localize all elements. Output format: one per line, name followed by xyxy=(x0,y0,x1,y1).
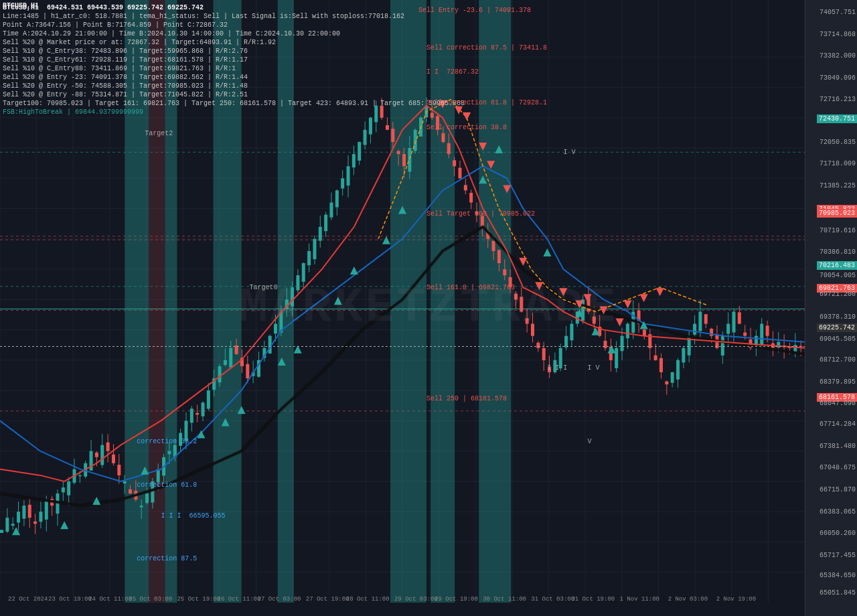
price-label: 73714.868 xyxy=(820,31,856,38)
price-label: 72430.751 xyxy=(817,114,857,123)
price-label: 66715.870 xyxy=(820,486,856,493)
price-label: 71385.225 xyxy=(820,182,856,189)
price-label: 70054.005 xyxy=(820,272,856,279)
price-label: 68047.090 xyxy=(820,400,856,407)
price-label: 74057.751 xyxy=(820,9,856,16)
price-label: 68379.895 xyxy=(820,378,856,386)
price-label: 70985.023 xyxy=(817,209,857,218)
price-label: 66383.065 xyxy=(820,508,856,516)
price-label: 69721.200 xyxy=(820,291,856,298)
price-label: 65384.650 xyxy=(820,572,856,579)
price-label: 72716.213 xyxy=(820,96,856,103)
price-label: 65051.845 xyxy=(820,589,856,597)
price-label: 70216.483 xyxy=(817,261,857,270)
price-label: 73049.096 xyxy=(820,74,856,82)
price-label: 67381.480 xyxy=(820,443,856,450)
price-label: 68712.700 xyxy=(820,356,856,364)
price-label: 65717.455 xyxy=(820,552,856,559)
chart-container: BTCUSD,H1 74057.75173714.86873382.000730… xyxy=(0,0,857,616)
price-label: 72050.835 xyxy=(820,139,856,146)
price-label: 69821.763 xyxy=(817,284,857,293)
price-label: 69045.505 xyxy=(820,335,856,343)
price-label: 67714.284 xyxy=(820,420,856,428)
price-label: 68161.578 xyxy=(817,393,857,402)
price-label: 67048.675 xyxy=(820,464,856,471)
price-label: 73382.000 xyxy=(820,52,856,60)
price-label: 66050.260 xyxy=(820,530,856,537)
price-scale: 74057.75173714.86873382.00073049.0967271… xyxy=(805,0,857,616)
price-label: 70386.810 xyxy=(820,248,856,256)
price-label: 69225.742 xyxy=(817,323,857,332)
price-label: 71718.009 xyxy=(820,160,856,167)
price-label: 69378.310 xyxy=(820,313,856,321)
price-label: 71045.822 xyxy=(817,205,857,214)
price-label: 70719.616 xyxy=(820,227,856,234)
main-chart-canvas xyxy=(0,0,805,616)
